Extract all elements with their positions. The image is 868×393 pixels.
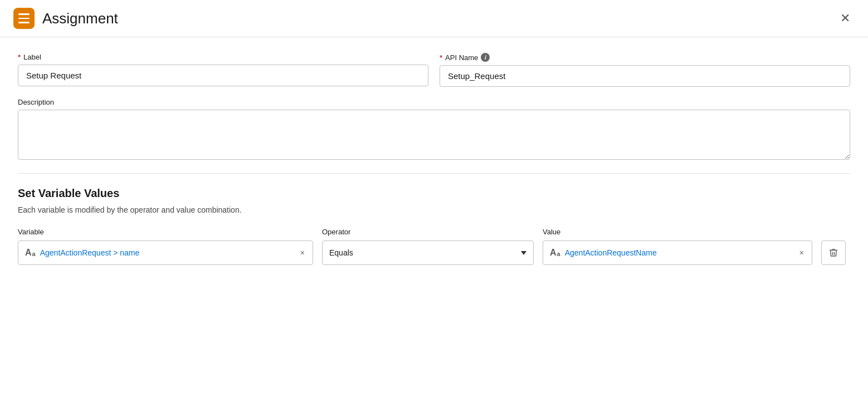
action-col-header	[821, 228, 850, 236]
description-group: Description	[18, 98, 850, 160]
description-textarea[interactable]	[18, 110, 850, 160]
value-pill[interactable]: Aa AgentActionRequestName ×	[543, 240, 812, 265]
assignment-modal: Assignment ✕ * Label * API Name i	[0, 0, 868, 393]
value-pill-close[interactable]: ×	[798, 249, 805, 257]
label-group: * Label	[18, 53, 428, 87]
variable-row-header: Variable Operator Value	[18, 228, 850, 236]
variable-col-header: Variable	[18, 228, 313, 236]
label-apiname-row: * Label * API Name i	[18, 53, 850, 87]
label-field-label: * Label	[18, 53, 428, 61]
modal-title: Assignment	[42, 10, 118, 27]
variable-field-name: AgentActionRequest > name	[40, 248, 295, 257]
hamburger-line-2	[18, 18, 30, 19]
operator-label: Equals	[329, 248, 353, 257]
value-col-header: Value	[543, 228, 812, 236]
label-required-star: *	[18, 53, 21, 61]
label-text: Label	[23, 53, 41, 61]
value-type-icon: Aa	[550, 248, 560, 258]
hamburger-line-1	[18, 13, 30, 15]
modal-body: * Label * API Name i Description Set	[0, 37, 868, 281]
modal-header: Assignment ✕	[0, 0, 868, 37]
variable-type-icon: Aa	[25, 248, 36, 258]
table-row: Aa AgentActionRequest > name × Equals	[18, 240, 850, 265]
close-button[interactable]: ✕	[836, 10, 855, 27]
value-field-name: AgentActionRequestName	[565, 248, 794, 257]
hamburger-icon[interactable]	[13, 8, 35, 29]
delete-row-button[interactable]	[821, 240, 846, 265]
operator-col-header: Operator	[322, 228, 534, 236]
set-variable-values-section: Set Variable Values Each variable is mod…	[18, 187, 850, 265]
label-input[interactable]	[18, 65, 428, 86]
variable-field-container: Aa AgentActionRequest > name ×	[18, 240, 313, 265]
api-name-group: * API Name i	[440, 53, 850, 87]
section-divider	[18, 173, 850, 174]
api-name-info-icon[interactable]: i	[481, 53, 490, 62]
chevron-down-icon	[521, 251, 526, 255]
variable-pill-close[interactable]: ×	[299, 249, 306, 257]
set-variable-values-title: Set Variable Values	[18, 187, 850, 200]
delete-action-container	[821, 240, 850, 265]
header-left: Assignment	[13, 8, 118, 29]
api-name-text: API Name	[445, 53, 478, 62]
operator-field-container: Equals	[322, 240, 534, 265]
operator-select[interactable]: Equals	[322, 240, 534, 265]
set-variable-values-desc: Each variable is modified by the operato…	[18, 205, 850, 214]
description-label: Description	[18, 98, 850, 106]
variable-pill[interactable]: Aa AgentActionRequest > name ×	[18, 240, 313, 265]
api-name-required-star: *	[440, 53, 442, 62]
value-field-container: Aa AgentActionRequestName ×	[543, 240, 812, 265]
api-name-field-label: * API Name i	[440, 53, 850, 62]
hamburger-line-3	[18, 22, 30, 23]
trash-icon	[828, 248, 838, 258]
api-name-input[interactable]	[440, 65, 850, 87]
